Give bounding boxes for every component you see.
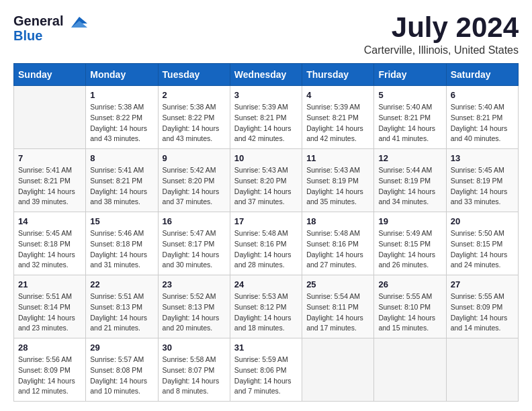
calendar-cell: 15Sunrise: 5:46 AMSunset: 8:18 PMDayligh… (86, 212, 158, 275)
cell-info: Sunrise: 5:51 AMSunset: 8:13 PMDaylight:… (90, 291, 153, 334)
week-row-0: 1Sunrise: 5:38 AMSunset: 8:22 PMDaylight… (14, 86, 519, 149)
cell-sunrise: Sunrise: 5:42 AM (163, 165, 226, 176)
cell-day-number: 20 (451, 216, 514, 226)
cell-sunrise: Sunrise: 5:55 AM (451, 291, 514, 302)
cell-day-number: 23 (163, 279, 226, 289)
logo: General Blue (13, 13, 87, 43)
cell-info: Sunrise: 5:47 AMSunset: 8:17 PMDaylight:… (163, 228, 226, 271)
cell-daylight: Daylight: 14 hours and 14 minutes. (451, 313, 514, 334)
calendar-cell: 29Sunrise: 5:57 AMSunset: 8:08 PMDayligh… (86, 338, 158, 402)
cell-day-number: 17 (234, 216, 298, 226)
cell-sunset: Sunset: 8:21 PM (90, 176, 153, 187)
cell-info: Sunrise: 5:48 AMSunset: 8:16 PMDaylight:… (306, 228, 369, 271)
cell-sunset: Sunset: 8:19 PM (451, 176, 514, 187)
day-header-thursday: Thursday (302, 64, 374, 86)
cell-day-number: 12 (378, 153, 441, 163)
cell-day-number: 25 (306, 279, 369, 289)
calendar-cell: 28Sunrise: 5:56 AMSunset: 8:09 PMDayligh… (14, 338, 86, 402)
cell-day-number: 19 (378, 216, 441, 226)
cell-daylight: Daylight: 14 hours and 7 minutes. (234, 376, 298, 398)
calendar-cell: 6Sunrise: 5:40 AMSunset: 8:21 PMDaylight… (446, 86, 518, 149)
calendar-cell: 19Sunrise: 5:49 AMSunset: 8:15 PMDayligh… (374, 212, 446, 275)
calendar-cell: 7Sunrise: 5:41 AMSunset: 8:21 PMDaylight… (14, 149, 86, 212)
cell-daylight: Daylight: 14 hours and 38 minutes. (90, 187, 153, 208)
calendar-cell (14, 86, 86, 149)
cell-day-number: 30 (163, 342, 226, 353)
calendar-cell: 17Sunrise: 5:48 AMSunset: 8:16 PMDayligh… (230, 212, 302, 275)
calendar-cell: 9Sunrise: 5:42 AMSunset: 8:20 PMDaylight… (158, 149, 230, 212)
cell-daylight: Daylight: 14 hours and 39 minutes. (18, 187, 81, 208)
cell-sunset: Sunset: 8:20 PM (234, 176, 298, 187)
cell-sunset: Sunset: 8:19 PM (378, 176, 441, 187)
cell-sunset: Sunset: 8:18 PM (18, 239, 81, 250)
cell-info: Sunrise: 5:39 AMSunset: 8:21 PMDaylight:… (306, 102, 369, 144)
cell-daylight: Daylight: 14 hours and 18 minutes. (234, 313, 298, 334)
cell-info: Sunrise: 5:49 AMSunset: 8:15 PMDaylight:… (378, 228, 441, 271)
cell-sunrise: Sunrise: 5:55 AM (378, 291, 441, 302)
cell-sunrise: Sunrise: 5:40 AM (378, 102, 441, 113)
cell-sunrise: Sunrise: 5:53 AM (234, 291, 298, 302)
cell-info: Sunrise: 5:40 AMSunset: 8:21 PMDaylight:… (451, 102, 514, 144)
title-area: July 2024 Carterville, Illinois, United … (364, 13, 519, 56)
cell-info: Sunrise: 5:56 AMSunset: 8:09 PMDaylight:… (18, 355, 81, 397)
cell-sunrise: Sunrise: 5:49 AM (378, 228, 441, 239)
cell-info: Sunrise: 5:55 AMSunset: 8:09 PMDaylight:… (451, 291, 514, 334)
cell-sunset: Sunset: 8:07 PM (163, 365, 226, 376)
cell-day-number: 5 (378, 90, 441, 100)
cell-sunset: Sunset: 8:13 PM (90, 302, 153, 313)
cell-sunrise: Sunrise: 5:47 AM (163, 228, 226, 239)
cell-daylight: Daylight: 14 hours and 35 minutes. (306, 187, 369, 208)
cell-sunset: Sunset: 8:06 PM (234, 365, 298, 376)
cell-sunrise: Sunrise: 5:52 AM (163, 291, 226, 302)
logo-general: General (13, 13, 63, 28)
cell-sunset: Sunset: 8:21 PM (18, 176, 81, 187)
cell-daylight: Daylight: 14 hours and 21 minutes. (90, 313, 153, 334)
week-row-2: 14Sunrise: 5:45 AMSunset: 8:18 PMDayligh… (14, 212, 519, 275)
cell-sunrise: Sunrise: 5:46 AM (90, 228, 153, 239)
cell-daylight: Daylight: 14 hours and 24 minutes. (451, 250, 514, 271)
cell-daylight: Daylight: 14 hours and 43 minutes. (90, 124, 153, 145)
calendar-cell: 8Sunrise: 5:41 AMSunset: 8:21 PMDaylight… (86, 149, 158, 212)
cell-info: Sunrise: 5:41 AMSunset: 8:21 PMDaylight:… (90, 165, 153, 208)
calendar-cell (302, 338, 374, 402)
calendar-cell (374, 338, 446, 402)
cell-sunset: Sunset: 8:21 PM (378, 113, 441, 124)
cell-daylight: Daylight: 14 hours and 31 minutes. (90, 250, 153, 271)
cell-day-number: 4 (306, 90, 369, 100)
header: General Blue July 2024 Carterville, Illi… (13, 13, 519, 56)
calendar-cell: 12Sunrise: 5:44 AMSunset: 8:19 PMDayligh… (374, 149, 446, 212)
cell-day-number: 13 (451, 153, 514, 163)
cell-info: Sunrise: 5:51 AMSunset: 8:14 PMDaylight:… (18, 291, 81, 334)
cell-day-number: 7 (18, 153, 81, 163)
cell-sunrise: Sunrise: 5:40 AM (451, 102, 514, 113)
cell-day-number: 24 (234, 279, 298, 289)
cell-sunset: Sunset: 8:16 PM (306, 239, 369, 250)
cell-info: Sunrise: 5:54 AMSunset: 8:11 PMDaylight:… (306, 291, 369, 334)
cell-day-number: 8 (90, 153, 153, 163)
calendar-cell: 31Sunrise: 5:59 AMSunset: 8:06 PMDayligh… (230, 338, 302, 402)
cell-info: Sunrise: 5:46 AMSunset: 8:18 PMDaylight:… (90, 228, 153, 271)
cell-day-number: 31 (234, 342, 298, 353)
cell-info: Sunrise: 5:42 AMSunset: 8:20 PMDaylight:… (163, 165, 226, 208)
calendar-cell: 22Sunrise: 5:51 AMSunset: 8:13 PMDayligh… (86, 275, 158, 338)
cell-info: Sunrise: 5:57 AMSunset: 8:08 PMDaylight:… (90, 355, 153, 397)
cell-info: Sunrise: 5:59 AMSunset: 8:06 PMDaylight:… (234, 355, 298, 397)
calendar-cell: 2Sunrise: 5:38 AMSunset: 8:22 PMDaylight… (158, 86, 230, 149)
cell-sunrise: Sunrise: 5:59 AM (234, 355, 298, 365)
cell-daylight: Daylight: 14 hours and 23 minutes. (18, 313, 81, 334)
cell-info: Sunrise: 5:43 AMSunset: 8:19 PMDaylight:… (306, 165, 369, 208)
cell-info: Sunrise: 5:48 AMSunset: 8:16 PMDaylight:… (234, 228, 298, 271)
cell-daylight: Daylight: 14 hours and 15 minutes. (378, 313, 441, 334)
cell-day-number: 14 (18, 216, 81, 226)
cell-sunrise: Sunrise: 5:57 AM (90, 355, 153, 365)
cell-sunrise: Sunrise: 5:54 AM (306, 291, 369, 302)
cell-sunrise: Sunrise: 5:38 AM (163, 102, 226, 113)
day-header-sunday: Sunday (14, 64, 86, 86)
calendar-cell: 18Sunrise: 5:48 AMSunset: 8:16 PMDayligh… (302, 212, 374, 275)
cell-day-number: 11 (306, 153, 369, 163)
cell-sunrise: Sunrise: 5:48 AM (234, 228, 298, 239)
logo-blue: Blue (13, 28, 42, 43)
cell-sunset: Sunset: 8:16 PM (234, 239, 298, 250)
day-header-saturday: Saturday (446, 64, 518, 86)
cell-sunrise: Sunrise: 5:39 AM (306, 102, 369, 113)
